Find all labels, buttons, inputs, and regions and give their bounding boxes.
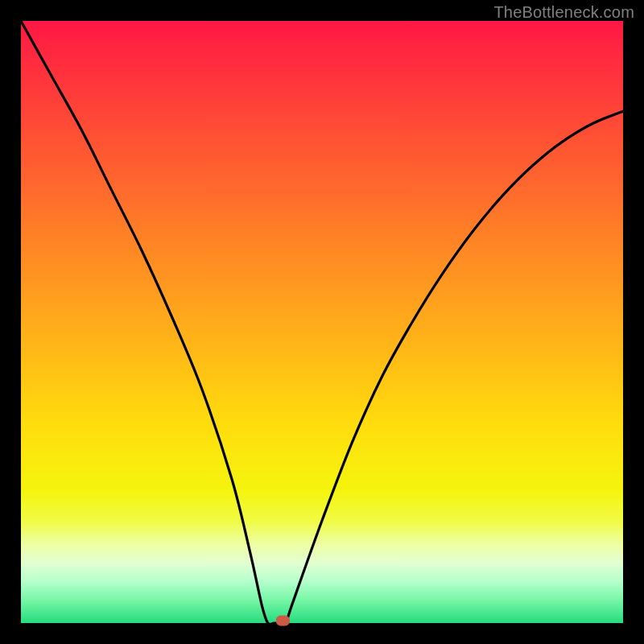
plot-area (21, 21, 623, 623)
chart-frame: TheBottleneck.com (0, 0, 644, 644)
curve-path (21, 21, 623, 625)
watermark-text: TheBottleneck.com (493, 3, 634, 22)
bottleneck-curve (21, 21, 623, 623)
optimal-marker (276, 616, 289, 625)
